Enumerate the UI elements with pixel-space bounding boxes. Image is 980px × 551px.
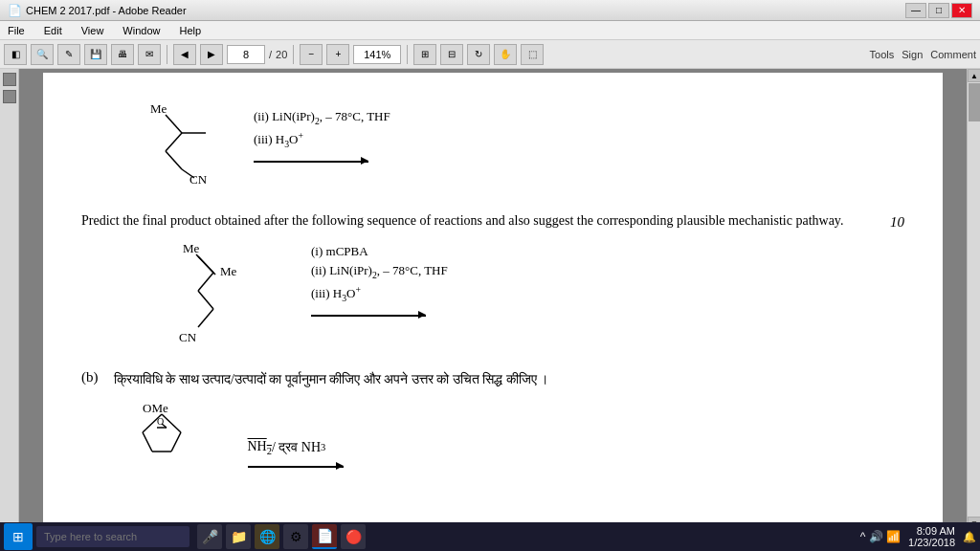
toolbar-separator-3 [407,45,408,64]
scroll-thumb[interactable] [969,83,980,121]
svg-line-12 [198,291,213,309]
svg-line-16 [162,414,181,432]
taskbar-chrome[interactable]: 🌐 [255,524,279,549]
mid-reactions: (i) mCPBA (ii) LiN(iPr)2, – 78°C, THF (i… [311,239,448,317]
svg-line-18 [143,432,152,452]
svg-text:O: O [157,416,164,427]
pdf-content: Me CN (ii) LiN(iPr) [19,69,967,530]
taskbar-misc[interactable]: 🔴 [341,524,366,549]
question-text-block: Predict the final product obtained after… [81,210,904,231]
hindi-paragraph: क्रियाविधि के साथ उत्पाद/उत्पादों का पूर… [114,369,549,390]
top-arrow [254,153,390,163]
menu-file[interactable]: File [4,23,29,38]
main-area: Me CN (ii) LiN(iPr) [0,69,980,530]
menu-window[interactable]: Window [119,23,164,38]
next-page-button[interactable]: ▶ [200,44,223,65]
windows-icon: ⊞ [12,529,24,544]
sign-button[interactable]: Sign [902,49,923,60]
prev-page-button[interactable]: ◀ [173,44,196,65]
top-reactions: (ii) LiN(iPr)2, – 78°C, THF (iii) H3O+ [254,99,390,163]
toolbar-separator [167,45,167,64]
notification-icon[interactable]: 🔔 [963,531,976,543]
toolbar-btn-2[interactable]: 🔍 [31,44,54,65]
close-button[interactable]: ✕ [951,3,972,18]
page-input[interactable] [227,45,265,64]
svg-text:Me: Me [220,264,237,278]
tools-button[interactable]: Tools [870,49,895,60]
svg-text:Me: Me [150,101,167,116]
zoom-input[interactable] [353,45,401,64]
svg-line-3 [166,151,182,169]
fit-width-button[interactable]: ⊟ [440,44,463,65]
pdf-page: Me CN (ii) LiN(iPr) [43,73,943,530]
top-molecule: Me CN [81,99,234,199]
marks-label: 10 [890,210,904,233]
question-paragraph: Predict the final product obtained after… [81,210,904,231]
sidebar-icon-2[interactable] [3,90,16,103]
nh2-arrow [248,466,344,468]
top-reaction-container: Me CN (ii) LiN(iPr) [81,99,904,203]
mid-reaction-container: Me Me CN [129,239,904,362]
svg-line-10 [198,256,215,275]
ome-container: OMe O [114,399,549,489]
start-button[interactable]: ⊞ [4,523,33,550]
menu-view[interactable]: View [78,23,108,38]
left-sidebar [0,69,19,530]
ome-molecule: OMe O [114,399,229,489]
window-title: CHEM 2 2017.pdf - Adobe Reader [26,5,905,16]
svg-text:OMe: OMe [143,401,168,415]
zoom-in-button[interactable]: + [326,44,349,65]
reaction-iii-mid-line: (iii) H3O+ [311,284,448,303]
taskbar-right: ^ 🔊 📶 8:09 AM 1/23/2018 🔔 [860,525,976,548]
hand-tool-button[interactable]: ✋ [494,44,517,65]
nh2-reaction: NH2 / द्रव NH3 [248,420,344,468]
reaction-ii-mid-text: (ii) LiN(iPr)2, – 78°C, THF [311,263,448,280]
svg-text:Me: Me [183,241,200,255]
taskbar-apps: 🎤 📁 🌐 ⚙ 📄 🔴 [197,524,366,549]
taskbar-cortana[interactable]: 🎤 [197,524,222,549]
svg-line-1 [166,115,182,133]
window-controls: — □ ✕ [905,3,972,18]
clock-time: 8:09 AM [908,525,955,537]
rotate-button[interactable]: ↻ [467,44,490,65]
reaction-iii-mid-text: (iii) H3O+ [311,284,361,303]
svg-line-11 [198,273,213,291]
comment-button[interactable]: Comment [930,49,976,60]
mid-arrow [311,307,448,317]
title-bar: 📄 CHEM 2 2017.pdf - Adobe Reader — □ ✕ [0,0,980,21]
nh2-line: NH2 / द्रव NH3 [248,439,344,456]
page-total: 20 [276,49,287,60]
toolbar-btn-6[interactable]: ✉ [138,44,161,65]
section-b-content: क्रियाविधि के साथ उत्पाद/उत्पादों का पूर… [114,369,549,488]
system-clock: 8:09 AM 1/23/2018 [908,525,955,548]
toolbar-btn-1[interactable]: ◧ [4,44,27,65]
reaction-i-text: (i) mCPBA [311,244,368,259]
reaction-iii-line: (iii) H3O+ [254,130,390,149]
scroll-up-button[interactable]: ▲ [968,69,980,82]
taskbar-adobe[interactable]: 📄 [312,524,337,549]
taskbar-explorer[interactable]: 📁 [226,524,251,549]
reaction-ii-text: (ii) LiN(iPr)2, – 78°C, THF [254,109,390,126]
scroll-track[interactable] [968,82,980,517]
reaction-i-line: (i) mCPBA [311,244,448,259]
toolbar-btn-4[interactable]: 💾 [84,44,107,65]
taskbar: ⊞ 🎤 📁 🌐 ⚙ 📄 🔴 ^ 🔊 📶 8:09 AM 1/23/2018 🔔 [0,522,980,551]
taskbar-settings[interactable]: ⚙ [283,524,308,549]
clock-date: 1/23/2018 [908,537,955,548]
toolbar-btn-5[interactable]: 🖶 [111,44,134,65]
menu-edit[interactable]: Edit [40,23,66,38]
menu-help[interactable]: Help [175,23,205,38]
maximize-button[interactable]: □ [928,3,949,18]
zoom-out-button[interactable]: − [300,44,323,65]
svg-text:CN: CN [189,172,208,187]
reaction-iii-text: (iii) H3O+ [254,130,303,149]
fit-page-button[interactable]: ⊞ [413,44,436,65]
section-b-label: (b) [81,369,99,488]
section-b: (b) क्रियाविधि के साथ उत्पाद/उत्पादों का… [81,369,904,488]
minimize-button[interactable]: — [905,3,926,18]
taskbar-search-input[interactable] [36,526,189,547]
select-button[interactable]: ⬚ [521,44,544,65]
sidebar-icon-1[interactable] [3,73,16,86]
nh2-label: NH2 [248,439,272,456]
toolbar-btn-3[interactable]: ✎ [57,44,80,65]
